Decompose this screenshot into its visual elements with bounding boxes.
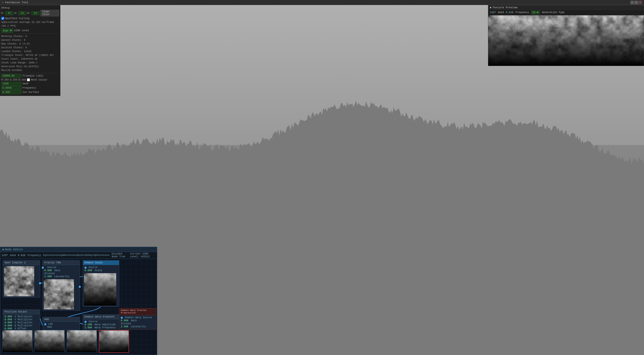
- iso-surface-label: Iso Surface: [22, 91, 39, 94]
- deleted-chunks: Deleted Chunks: 0: [1, 46, 59, 50]
- clear-color-button[interactable]: Clear Color: [41, 10, 59, 16]
- node-domain-warp-fractal-progressive[interactable]: Domain Warp Fractal Progressive Domain W…: [119, 308, 156, 330]
- triangle-count: Triangle Count: 46733.1K (10832.4K): [1, 53, 59, 57]
- pos-x-offset-row: 0.000X Offset: [5, 327, 38, 330]
- domain-scale-scale-row: 0.660 Scale: [85, 269, 117, 272]
- dwfp-lacunarity-row: 2.500Lacunarity: [121, 325, 154, 328]
- domain-scale-noise-thumb: [84, 273, 116, 305]
- mesh-colour-checkbox[interactable]: [27, 78, 30, 81]
- fractal-fbm-source-input[interactable]: [42, 267, 44, 269]
- frequency-input[interactable]: 0.0050: [1, 86, 21, 90]
- seed-row: 1338 Seed: [1, 82, 59, 86]
- domain-scale-source-row: Source: [85, 266, 117, 269]
- generated-min-max: Generated Min(-25.824781) Max(29.614389): [1, 65, 59, 72]
- texture-preview-title: ◆ Texture Preview: [488, 5, 644, 10]
- thumb-canvas-4: [99, 331, 129, 352]
- fractal-fbm-source-row: Source: [44, 266, 78, 269]
- fractal-fbm-noise-thumb: [44, 279, 74, 309]
- node-domain-warp-gradient-header: Domain Warp Gradient: [83, 315, 120, 319]
- fps-text: Application average 15.101 ms/frame (66.…: [1, 20, 59, 28]
- backface-culling-label: Backface Culling: [5, 17, 29, 20]
- node-editor-title: ◆ Node Editor: [0, 247, 157, 252]
- simd-select[interactable]: Auto: [1, 28, 13, 33]
- texture-preview-canvas: [488, 15, 644, 66]
- r2-label: R:255: [1, 79, 9, 81]
- thumb-canvas-1: [3, 330, 32, 352]
- seed-label: Seed: [22, 82, 28, 85]
- dwg-warp-freq-row: 2.000Warp Frequency: [85, 326, 118, 329]
- maximize-button[interactable]: □: [634, 1, 638, 4]
- new-chunks: New Chunks: 0 (4.0): [1, 42, 59, 46]
- pos-z-mult-row: 0.000Z Multiplier: [5, 321, 38, 324]
- chunk-load-range: Chunk Load Range: 1690.7: [1, 61, 59, 65]
- simd-label: SIMD Level: [14, 29, 29, 32]
- thumb-3: [67, 330, 97, 353]
- ne-simd-label: Current SIMD Level: AVX512: [130, 253, 155, 258]
- node-open-simplex-2[interactable]: Open Simplex 2: [3, 260, 40, 298]
- node-editor-toolbar: 1337 Seed 0.010 Frequency EgACAAAAAAAAAg…: [0, 252, 157, 259]
- pos-y-mult-row: 0.000Y Multiplier: [5, 318, 38, 321]
- node-domain-warp-gradient[interactable]: Domain Warp Gradient Source 0.200Warp Am…: [83, 314, 120, 331]
- triangle-limit-row: 50000.0K Triangle Limit: [1, 74, 59, 78]
- tprev-seed-value[interactable]: 1337: [490, 11, 496, 14]
- node-domain-scale[interactable]: Domain Scale Source 0.660 Scale: [83, 260, 119, 307]
- thumb-canvas-3: [67, 330, 97, 352]
- titlebar: ⚡ FastNoise Tool ─ □ ✕: [0, 0, 644, 5]
- ne-freq-value[interactable]: 0.010: [18, 254, 25, 257]
- close-button[interactable]: ✕: [638, 1, 642, 4]
- open-simplex-noise-thumb: [4, 266, 34, 296]
- ne-encoded-label: Encoded Node Tree: [112, 253, 128, 258]
- tprev-gen-type-select[interactable]: 2D3D: [531, 11, 540, 14]
- r-label: R:: [1, 12, 4, 15]
- backface-culling-row: Backface Culling: [1, 17, 59, 20]
- pos-w-mult-row: 0.000W Multiplier: [5, 324, 38, 327]
- node-domain-scale-header: Domain Scale: [83, 261, 119, 265]
- node-open-simplex-2-output[interactable]: [39, 282, 41, 284]
- frequency-label: Frequency: [22, 87, 36, 89]
- b2-label: B:255: [18, 79, 26, 81]
- node-dwfp-header: Domain Warp Fractal Progressive: [119, 308, 156, 315]
- mesh-colour-row: R:255 G:255 B:255 Mesh Colour: [1, 78, 59, 81]
- g2-label: G:255: [10, 79, 17, 81]
- thumb-4: [99, 330, 129, 353]
- node-fractal-fbm-output[interactable]: [79, 286, 81, 288]
- node-editor-panel: ◆ Node Editor 1337 Seed 0.010 Frequency …: [0, 247, 157, 355]
- ne-seed-label: Seed: [10, 254, 16, 257]
- ne-encoded-value: EgACAAAAAAAAAgdBEAAAAAAAAQboAFADD95g/DQA…: [43, 254, 110, 257]
- fractal-fbm-lacunarity-row: 2.500 Lacunarity: [44, 275, 78, 278]
- node-fractal-fbm[interactable]: Fractal FBm Source 0.500 Gain Octaves 2.…: [43, 260, 80, 311]
- backface-culling-checkbox[interactable]: [1, 17, 4, 20]
- triangle-limit-input[interactable]: 50000.0K: [1, 74, 21, 78]
- diamond-icon-2: ◆: [2, 248, 4, 251]
- mesh-colour-label: Mesh Colour: [31, 79, 48, 81]
- queued-chunks: Queued Chunks: 0: [1, 38, 59, 42]
- dwg-warp-amp-row: 0.200Warp Amplitude: [85, 323, 118, 326]
- tprev-seed-label: Seed: [498, 11, 504, 14]
- frequency-row: 0.0050 Frequency: [1, 86, 59, 90]
- node-position-output-header: Position Output: [3, 310, 40, 314]
- dwfp-octaves-row: Octaves: [121, 322, 154, 325]
- texture-preview-label: Texture Preview: [493, 6, 517, 9]
- g-value[interactable]: 31: [18, 11, 26, 15]
- b-value[interactable]: 31: [31, 11, 39, 15]
- b-label: B:: [27, 12, 30, 15]
- meshing-chunks: Meshing Chunks: 0: [1, 34, 59, 38]
- fractal-fbm-octaves-row: Octaves: [44, 272, 78, 275]
- seed-input[interactable]: 1338: [1, 82, 21, 86]
- node-add[interactable]: Add LHS RHS: [43, 317, 80, 330]
- node-canvas[interactable]: Open Simplex 2 Fractal FBm Source 0.500 …: [0, 259, 157, 355]
- ne-seed-value[interactable]: 1337: [2, 254, 8, 257]
- node-fractal-fbm-preview: [44, 279, 74, 309]
- diamond-icon: ◆: [490, 6, 492, 9]
- fractal-fbm-gain-row: 0.500 Gain: [44, 269, 78, 272]
- simd-row: Auto SIMD Level: [1, 28, 59, 33]
- minimize-button[interactable]: ─: [630, 1, 634, 4]
- tprev-freq-value[interactable]: 0.010: [506, 11, 513, 14]
- r-value[interactable]: 31: [5, 11, 13, 15]
- add-rhs-row: RHS: [44, 326, 78, 329]
- node-editor-label: Node Editor: [5, 248, 23, 251]
- tprev-gen-type-label: Generation Type: [542, 11, 565, 14]
- tprev-freq-label: Frequency: [515, 11, 529, 14]
- iso-surface-input[interactable]: 0.000: [1, 90, 21, 94]
- debug-panel: Debug R: 31 G: 31 B: 31 Clear Color Back…: [0, 5, 60, 96]
